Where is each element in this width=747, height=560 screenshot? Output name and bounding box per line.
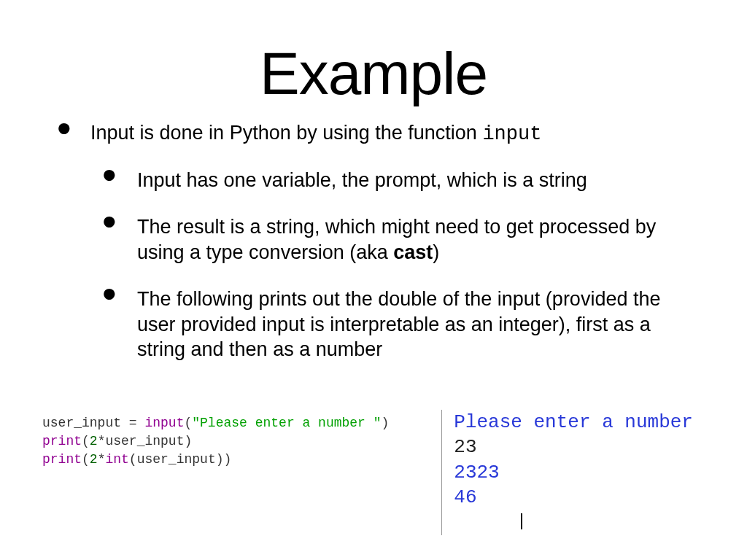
code-output-row: user_input = input("Please enter a numbe… bbox=[42, 410, 718, 535]
code-l3-int: int bbox=[105, 452, 128, 467]
sub-bullet-list: Input has one variable, the prompt, whic… bbox=[90, 168, 703, 362]
code-l3-mid: * bbox=[98, 452, 106, 467]
output-block: Please enter a number 23 2323 46 bbox=[454, 410, 718, 535]
output-line-3: 46 bbox=[454, 485, 718, 510]
code-l2-open: ( bbox=[82, 434, 90, 448]
output-prompt: Please enter a number bbox=[454, 411, 693, 433]
code-l3-open: ( bbox=[82, 452, 90, 467]
code-l1-fn: input bbox=[144, 416, 184, 430]
cursor-icon bbox=[521, 513, 522, 529]
code-block: user_input = input("Please enter a numbe… bbox=[42, 410, 389, 468]
sub-bullet-2-bold: cast bbox=[393, 241, 433, 263]
bullet-main: Input is done in Python by using the fun… bbox=[54, 121, 703, 362]
code-l3-fn: print bbox=[42, 452, 82, 467]
sub-bullet-3-text: The following prints out the double of t… bbox=[137, 288, 660, 360]
output-line-1: Please enter a number 23 bbox=[454, 410, 718, 460]
sub-bullet-1-text: Input has one variable, the prompt, whic… bbox=[137, 169, 587, 191]
output-line-2: 2323 bbox=[454, 460, 718, 485]
vertical-divider bbox=[441, 410, 442, 535]
output-cursor-line bbox=[454, 510, 718, 534]
code-l2-num: 2 bbox=[90, 434, 98, 448]
slide: Example Input is done in Python by using… bbox=[0, 0, 747, 560]
code-l3-rest: (user_input)) bbox=[129, 452, 231, 467]
output-user-input: 23 bbox=[454, 436, 476, 458]
code-l1-open: ( bbox=[184, 416, 192, 430]
code-l1-str: "Please enter a number " bbox=[192, 416, 381, 430]
sub-bullet-2-post: ) bbox=[433, 241, 439, 263]
code-l1-close: ) bbox=[382, 416, 390, 430]
slide-title: Example bbox=[0, 0, 747, 121]
inline-code-input: input bbox=[482, 123, 541, 145]
code-l2-rest: *user_input) bbox=[98, 434, 193, 448]
code-l1-assign: user_input = bbox=[42, 416, 144, 430]
sub-bullet-1: Input has one variable, the prompt, whic… bbox=[96, 168, 703, 193]
bullet-main-text: Input is done in Python by using the fun… bbox=[90, 122, 482, 144]
bullet-list: Input is done in Python by using the fun… bbox=[0, 121, 747, 362]
sub-bullet-3: The following prints out the double of t… bbox=[96, 287, 703, 362]
sub-bullet-2: The result is a string, which might need… bbox=[96, 214, 703, 265]
code-l3-num: 2 bbox=[90, 452, 98, 467]
code-l2-fn: print bbox=[42, 434, 82, 448]
